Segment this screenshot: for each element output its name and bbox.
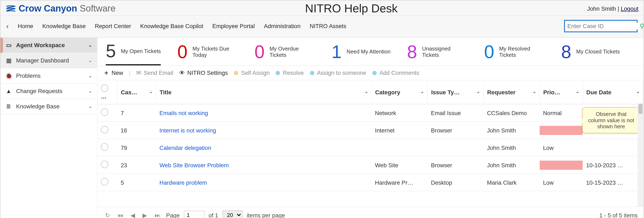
sidebar-item-manager[interactable]: ▦ Manager Dashboard ⌄ — [0, 53, 97, 68]
due-cell: 10-15-2023 … — [583, 174, 643, 191]
assign-button[interactable]: ⊕Assign to someone — [310, 70, 366, 76]
sidebar-item-agent[interactable]: ▭ Agent Workspace ⌄ — [0, 38, 97, 53]
requester-cell: CCSales Demo — [484, 104, 540, 122]
table-row[interactable]: 23 Web Site Browser Problem Web Site Bro… — [98, 156, 643, 174]
stat-tile[interactable]: 8 My Closed Tickets — [561, 42, 620, 65]
self-assign-button[interactable]: ⊕Self Assign — [234, 70, 270, 76]
resolve-button[interactable]: ⊕Resolve — [275, 70, 304, 76]
sort-icon[interactable]: ⌄ — [149, 89, 153, 94]
chevron-down-icon: ⌄ — [88, 103, 92, 110]
dashboard-icon: ▦ — [6, 57, 12, 64]
stat-tile[interactable]: 0 My Resolved Tickets — [484, 42, 544, 65]
scrollbar-thumb[interactable] — [638, 104, 642, 114]
col-case[interactable]: Cas…⌄ — [118, 80, 156, 104]
col-priority[interactable]: Prio…⌄ — [540, 80, 583, 104]
send-email-button[interactable]: ✉Send Email — [136, 70, 173, 76]
workspace-icon: ▭ — [6, 42, 12, 48]
case-cell: 23 — [118, 156, 156, 174]
row-checkbox[interactable] — [101, 143, 108, 151]
case-cell: 16 — [118, 122, 156, 139]
logout-link[interactable]: Logout — [621, 6, 638, 12]
table-row[interactable]: 5 Hardware problem Hardware Pr… Desktop … — [98, 174, 643, 191]
user-name: John Smith — [587, 6, 616, 12]
col-category[interactable]: Category⌄ — [372, 80, 428, 104]
select-all-checkbox[interactable] — [101, 84, 108, 92]
sidebar-item-kb[interactable]: 🗎 Knowledge Base ⌄ — [0, 99, 97, 114]
sort-icon[interactable]: ⌄ — [476, 89, 480, 94]
nav-assets[interactable]: NITRO Assets — [310, 23, 346, 30]
stat-value: 5 — [106, 42, 116, 60]
col-issue[interactable]: Issue Ty…⌄ — [428, 80, 484, 104]
stat-label: My Overdue Tickets — [270, 45, 315, 58]
app-title: NITRO Help Desk — [305, 2, 398, 15]
ticket-link[interactable]: Calendar delegation — [160, 144, 211, 151]
brand-sub: Software — [80, 3, 116, 14]
first-page-button[interactable]: ⏮ — [116, 212, 125, 218]
stat-value: 8 — [407, 42, 417, 61]
stat-tile[interactable]: 8 Unassigned Tickets — [407, 42, 468, 65]
nav-report[interactable]: Report Center — [95, 23, 131, 30]
stat-tile[interactable]: 1 Need My Attention — [332, 42, 390, 65]
table-row[interactable]: 7 Emails not working Network Email Issue… — [98, 104, 643, 122]
page-size-select[interactable]: 20 — [222, 210, 243, 218]
next-page-button[interactable]: ▶ — [141, 212, 149, 218]
refresh-button[interactable]: ↻ — [103, 212, 112, 218]
user-box: John Smith | Logout — [587, 6, 638, 12]
grid-toolbar: ＋New | ✉Send Email 👁NITRO Settings ⊕Self… — [98, 66, 643, 80]
row-checkbox[interactable] — [101, 108, 108, 116]
row-checkbox[interactable] — [101, 126, 108, 133]
sidebar-item-problems[interactable]: 🐞 Problems ⌄ — [0, 68, 97, 84]
row-checkbox[interactable] — [101, 178, 108, 185]
mail-icon: ✉ — [136, 70, 141, 76]
chevron-down-icon: ⌄ — [88, 73, 92, 79]
col-select[interactable]: … — [98, 80, 118, 104]
page-input[interactable] — [184, 211, 204, 218]
priority-cell: Low — [540, 174, 583, 191]
stat-label: My Closed Tickets — [576, 48, 620, 55]
requester-cell: John Smith — [484, 139, 540, 156]
stat-tile[interactable]: 5 My Open Tickets — [106, 42, 161, 65]
stat-tile[interactable]: 0 My Overdue Tickets — [254, 42, 315, 65]
col-requester[interactable]: Requester⌄ — [484, 80, 540, 104]
requester-cell: John Smith — [484, 156, 540, 174]
col-title[interactable]: Title⌄ — [156, 80, 372, 104]
row-checkbox[interactable] — [101, 161, 108, 168]
sort-icon[interactable]: ⌄ — [576, 89, 579, 94]
chevron-down-icon: ⌄ — [88, 88, 92, 94]
last-page-button[interactable]: ⏭ — [153, 212, 162, 218]
ticket-link[interactable]: Web Site Browser Problem — [160, 162, 229, 168]
nav-employee[interactable]: Employee Portal — [212, 23, 255, 30]
ticket-link[interactable]: Internet is not working — [160, 127, 216, 134]
case-cell: 79 — [118, 139, 156, 156]
back-icon[interactable]: ‹ — [6, 22, 9, 30]
table-row[interactable]: 16 Internet is not working Internet Brow… — [98, 122, 643, 139]
prev-page-button[interactable]: ◀ — [129, 212, 137, 218]
search-box[interactable]: ⚲ — [564, 20, 638, 32]
priority-cell — [540, 160, 583, 169]
sort-icon[interactable]: ⌄ — [636, 89, 640, 94]
nav-kb-copilot[interactable]: Knowledge Base Copilot — [140, 23, 203, 30]
nav-admin[interactable]: Administration — [264, 23, 300, 30]
nav-home[interactable]: Home — [18, 23, 33, 30]
nav-kb[interactable]: Knowledge Base — [42, 23, 86, 30]
vertical-scrollbar[interactable] — [638, 103, 643, 207]
ticket-link[interactable]: Emails not working — [160, 110, 208, 116]
stat-tile[interactable]: 0 My Tickets Due Today — [178, 42, 238, 65]
search-input[interactable] — [568, 23, 640, 30]
due-cell: 10-10-2023 … — [583, 156, 643, 174]
nitro-settings-button[interactable]: 👁NITRO Settings — [179, 70, 228, 76]
search-icon[interactable]: ⚲ — [640, 22, 644, 30]
stats-row: 5 My Open Tickets0 My Tickets Due Today0… — [98, 38, 643, 66]
sort-icon[interactable]: ⌄ — [532, 89, 536, 94]
items-label: items per page — [247, 212, 285, 218]
col-due[interactable]: Due Date⌄ — [583, 80, 643, 104]
sort-icon[interactable]: ⌄ — [364, 89, 368, 94]
table-row[interactable]: 79 Calendar delegation John Smith Low — [98, 139, 643, 156]
sidebar-item-change[interactable]: ▲ Change Requests ⌄ — [0, 84, 97, 99]
doc-icon: 🗎 — [6, 103, 12, 110]
new-button[interactable]: ＋New — [103, 69, 123, 77]
priority-cell: Normal — [540, 104, 583, 122]
sort-icon[interactable]: ⌄ — [420, 89, 424, 94]
add-comments-button[interactable]: ⊕Add Comments — [372, 70, 419, 76]
ticket-link[interactable]: Hardware problem — [160, 179, 207, 186]
